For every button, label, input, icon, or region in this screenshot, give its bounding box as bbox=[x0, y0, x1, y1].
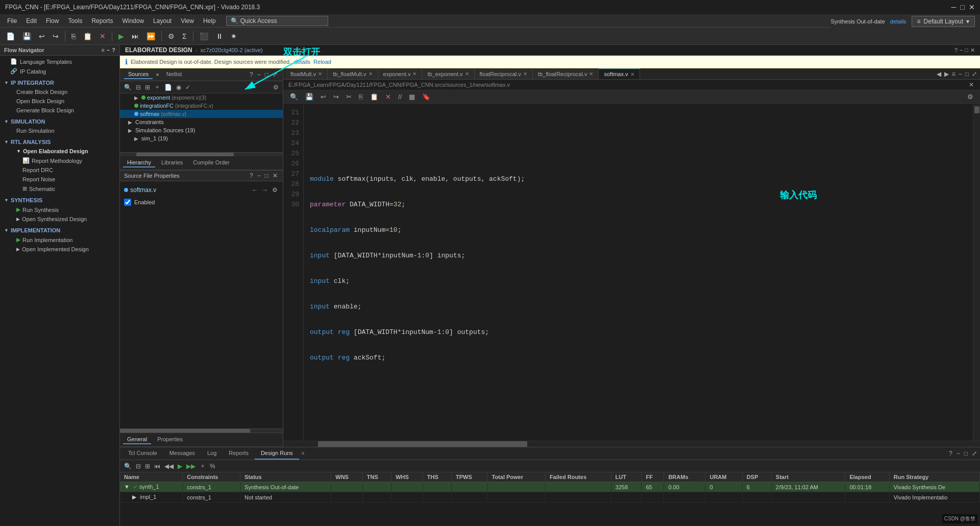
ed-float-btn[interactable]: ⤢ bbox=[971, 70, 978, 78]
pause-btn[interactable]: ⏸ bbox=[213, 30, 226, 42]
sfp-next-btn[interactable]: → bbox=[261, 186, 269, 194]
dr-first-btn[interactable]: ⏮ bbox=[153, 463, 161, 470]
copy-btn[interactable]: ⎘ bbox=[68, 30, 79, 42]
menu-view[interactable]: View bbox=[177, 16, 198, 26]
dr-row-impl1[interactable]: ▶ impl_1 constrs_1 Not started bbox=[120, 492, 980, 503]
ed-copy-btn[interactable]: ⎘ bbox=[356, 91, 365, 102]
dr-run-all-btn[interactable]: ▶▶ bbox=[185, 463, 197, 470]
src-search-btn[interactable]: 🔍 bbox=[123, 84, 133, 91]
tab-exponent[interactable]: exponent.v ✕ bbox=[378, 69, 423, 79]
src-collapse-btn[interactable]: ⊟ bbox=[135, 84, 142, 91]
elab-header-controls[interactable]: ? − □ ✕ bbox=[954, 47, 975, 54]
ed-undo-btn[interactable]: ↩ bbox=[318, 91, 329, 102]
nav-item-generate-block-design[interactable]: Generate Block Design bbox=[0, 106, 119, 115]
nav-item-open-elaborated-design[interactable]: ▼ Open Elaborated Design bbox=[0, 147, 119, 156]
ed-next-tab-btn[interactable]: ▶ bbox=[943, 70, 950, 78]
sources-float-btn[interactable]: ⤢ bbox=[272, 71, 279, 78]
btm-tab-log[interactable]: Log bbox=[201, 447, 223, 460]
ed-cut-btn[interactable]: ✂ bbox=[344, 91, 354, 102]
sfp-close-btn[interactable]: ✕ bbox=[272, 172, 279, 179]
flow-nav-controls[interactable]: ≡ − ? bbox=[101, 47, 115, 53]
nav-item-language-templates[interactable]: 📄 Language Templates bbox=[0, 57, 119, 66]
sigma-btn[interactable]: Σ bbox=[179, 30, 190, 42]
dr-expand-btn[interactable]: ⊞ bbox=[144, 463, 151, 470]
elab-question-icon[interactable]: ? bbox=[954, 47, 958, 54]
src-check-btn[interactable]: ✓ bbox=[184, 84, 191, 91]
tab-floatmult-close[interactable]: ✕ bbox=[318, 71, 322, 77]
maximize-btn[interactable]: □ bbox=[961, 3, 965, 11]
src-expand-btn[interactable]: ⊞ bbox=[144, 84, 151, 91]
sources-help-btn[interactable]: ? bbox=[249, 71, 254, 78]
sfp-gear-btn[interactable]: ⚙ bbox=[271, 186, 279, 194]
nav-section-impl-header[interactable]: ▼ IMPLEMENTATION bbox=[0, 226, 119, 235]
elab-close-icon[interactable]: ✕ bbox=[970, 47, 975, 54]
tab-tb-floatreciprocal-close[interactable]: ✕ bbox=[589, 71, 593, 77]
ed-prev-tab-btn[interactable]: ◀ bbox=[936, 70, 942, 78]
ed-redo-btn[interactable]: ↪ bbox=[331, 91, 341, 102]
warning-reload-link[interactable]: Reload bbox=[313, 59, 331, 65]
undo-btn[interactable]: ↩ bbox=[36, 30, 48, 42]
menu-help[interactable]: Help bbox=[199, 16, 220, 26]
tab-compile-order[interactable]: Compile Order bbox=[189, 158, 234, 168]
nav-section-ip-integrator-header[interactable]: ▼ IP INTEGRATOR bbox=[0, 78, 119, 87]
tab-tb-exponent-close[interactable]: ✕ bbox=[465, 71, 469, 77]
nav-item-open-block-design[interactable]: Open Block Design bbox=[0, 97, 119, 106]
sfp-controls[interactable]: ? − □ ✕ bbox=[249, 172, 279, 179]
sources-scrollbar[interactable] bbox=[120, 152, 283, 156]
btm-tab-close[interactable]: × bbox=[301, 450, 305, 457]
tab-sources[interactable]: Sources bbox=[124, 70, 153, 79]
tab-netlist[interactable]: Netlist bbox=[162, 70, 186, 79]
sfp-max-btn[interactable]: □ bbox=[264, 172, 270, 179]
sfp-enabled-checkbox[interactable] bbox=[124, 199, 131, 206]
new-file-btn[interactable]: 📄 bbox=[3, 30, 18, 42]
nav-item-report-methodology[interactable]: 📊 Report Methodology bbox=[0, 156, 119, 165]
dr-search-btn[interactable]: 🔍 bbox=[123, 463, 133, 470]
editor-bottom-scroll[interactable] bbox=[283, 441, 980, 447]
add-sources-btn[interactable]: ⚙ bbox=[165, 30, 178, 42]
tab-tb-floatmult-close[interactable]: ✕ bbox=[369, 71, 373, 77]
nav-item-schematic[interactable]: ⊞ Schematic bbox=[0, 184, 119, 194]
nav-item-create-block-design[interactable]: Create Block Design bbox=[0, 87, 119, 97]
synth1-collapse[interactable]: ▼ bbox=[124, 484, 130, 490]
flow-nav-pin[interactable]: ≡ bbox=[101, 47, 104, 53]
ed-tab-list-btn[interactable]: ≡ bbox=[951, 70, 957, 78]
stop-btn[interactable]: ⬛ bbox=[197, 30, 211, 42]
ed-search-btn[interactable]: 🔍 bbox=[287, 91, 301, 102]
menu-edit[interactable]: Edit bbox=[22, 16, 41, 26]
menu-window[interactable]: Window bbox=[118, 16, 148, 26]
nav-item-ip-catalog[interactable]: 🔗 IP Catalog bbox=[0, 66, 119, 76]
tab-softmax-active[interactable]: softmax.v ✕ bbox=[599, 68, 640, 79]
impl1-collapse[interactable]: ▶ bbox=[132, 494, 136, 500]
src-file-btn[interactable]: 📄 bbox=[163, 84, 173, 91]
menu-tools[interactable]: Tools bbox=[64, 16, 86, 26]
editor-right-scroll[interactable] bbox=[973, 104, 980, 441]
nav-item-run-implementation[interactable]: ▶ Run Implementation bbox=[0, 235, 119, 245]
synthesis-details-link[interactable]: details bbox=[890, 18, 906, 25]
ed-delete-btn[interactable]: ✕ bbox=[383, 91, 394, 102]
ed-min-btn[interactable]: − bbox=[958, 70, 963, 78]
menu-flow[interactable]: Flow bbox=[42, 16, 63, 26]
tree-item-constraints[interactable]: ▶ Constraints bbox=[120, 118, 283, 126]
nav-item-open-implemented-design[interactable]: ▶ Open Implemented Design bbox=[0, 245, 119, 254]
tree-item-sim1[interactable]: ▶ sim_1 (19) bbox=[120, 134, 283, 142]
sfp-help-btn[interactable]: ? bbox=[249, 172, 254, 179]
tree-item-integrationfc[interactable]: integrationFC (integrationFC.v) bbox=[120, 102, 283, 110]
step-btn[interactable]: ⏭ bbox=[129, 30, 142, 42]
btm-question-btn[interactable]: ? bbox=[948, 450, 953, 457]
nav-item-run-synthesis[interactable]: ▶ Run Synthesis bbox=[0, 205, 119, 214]
nav-item-report-noise[interactable]: Report Noise bbox=[0, 175, 119, 184]
btm-tab-messages[interactable]: Messages bbox=[163, 447, 201, 460]
ed-paste-btn[interactable]: 📋 bbox=[368, 91, 381, 102]
tab-tb-floatmult[interactable]: tb_floatMult.v ✕ bbox=[328, 69, 378, 79]
btm-max-btn[interactable]: □ bbox=[963, 450, 969, 457]
elab-minimize-icon[interactable]: − bbox=[960, 47, 963, 54]
quick-access-box[interactable]: 🔍 Quick Access bbox=[226, 16, 328, 26]
btm-tab-design-runs[interactable]: Design Runs bbox=[255, 447, 299, 460]
tab-exponent-close[interactable]: ✕ bbox=[412, 71, 416, 77]
run-btn[interactable]: ▶ bbox=[115, 30, 127, 42]
dr-prev-btn[interactable]: ◀◀ bbox=[163, 463, 175, 470]
minimize-btn[interactable]: ─ bbox=[951, 3, 957, 11]
menu-file[interactable]: File bbox=[3, 16, 21, 26]
delete-btn[interactable]: ✕ bbox=[96, 30, 109, 42]
nav-item-open-synthesized-design[interactable]: ▶ Open Synthesized Design bbox=[0, 214, 119, 224]
